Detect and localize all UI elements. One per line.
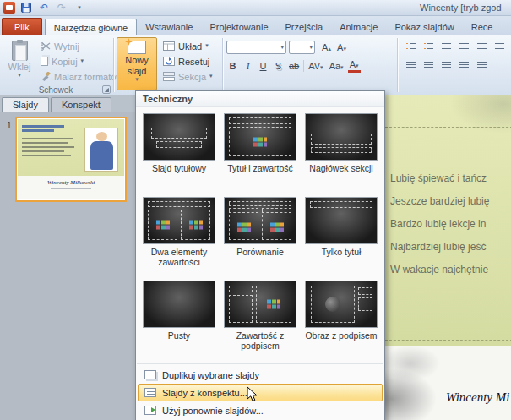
redo-button[interactable]: ↷ bbox=[55, 1, 68, 14]
layout-thumbnail bbox=[224, 197, 296, 244]
group-separator bbox=[397, 38, 398, 92]
chevron-down-icon: ▾ bbox=[78, 5, 81, 11]
font-size-combobox[interactable]: ▾ bbox=[289, 41, 315, 54]
save-button[interactable] bbox=[19, 1, 33, 14]
layout-button[interactable]: Układ ▾ bbox=[160, 39, 221, 53]
sparkle-icon bbox=[125, 38, 133, 46]
columns-icon bbox=[477, 62, 487, 69]
content-icons bbox=[267, 300, 280, 309]
powerpoint-app-icon[interactable] bbox=[3, 2, 15, 14]
format-painter-button[interactable]: Malarz formatów bbox=[38, 69, 125, 84]
thumb-text-bar bbox=[22, 150, 64, 152]
menu-item-duplicate-slides[interactable]: Duplikuj wybrane slajdy bbox=[138, 366, 383, 384]
tab-insert[interactable]: Wstawianie bbox=[137, 19, 201, 35]
paste-clipboard-icon bbox=[12, 41, 28, 61]
numbering-icon bbox=[424, 43, 433, 51]
placeholder bbox=[151, 128, 207, 139]
chevron-down-icon: ▾ bbox=[280, 45, 284, 51]
paste-button[interactable]: Wklej ▾ bbox=[3, 37, 35, 90]
layout-title-slide[interactable]: Slajd tytułowy bbox=[139, 111, 220, 194]
text-direction-button[interactable] bbox=[474, 40, 489, 53]
picture-placeholder bbox=[311, 286, 355, 323]
shrink-font-button[interactable]: A▾ bbox=[335, 41, 348, 53]
slide-1-thumbnail[interactable]: Wincenty Miłkowski bbox=[15, 117, 127, 202]
slide-footer-band bbox=[385, 346, 511, 420]
placeholder bbox=[156, 141, 202, 148]
tab-review[interactable]: Rece bbox=[463, 19, 502, 35]
align-center-button[interactable] bbox=[421, 58, 436, 72]
numbering-button[interactable] bbox=[421, 40, 436, 53]
font-format-buttons: B I U S ab AV▾ Aa▾ A▾ bbox=[226, 59, 361, 73]
thumb-picture bbox=[84, 128, 118, 172]
tab-transitions[interactable]: Przejścia bbox=[277, 19, 332, 35]
layout-thumbnail bbox=[305, 281, 378, 328]
group-separator bbox=[113, 38, 114, 92]
layout-blank[interactable]: Pusty bbox=[139, 278, 220, 362]
text-direction-icon bbox=[477, 43, 487, 51]
font-color-button[interactable]: A▾ bbox=[348, 59, 361, 73]
layout-thumbnail bbox=[143, 281, 215, 328]
font-resize-buttons: A▴ A▾ bbox=[320, 41, 348, 53]
layout-comparison[interactable]: Porównanie bbox=[220, 194, 301, 278]
tab-home[interactable]: Narzędzia główne bbox=[45, 19, 137, 35]
tab-design[interactable]: Projektowanie bbox=[201, 19, 276, 35]
bullets-button[interactable] bbox=[403, 40, 418, 53]
font-name-combobox[interactable]: ▾ bbox=[226, 41, 286, 54]
increase-indent-button[interactable] bbox=[456, 40, 471, 53]
underline-button[interactable]: U bbox=[257, 60, 269, 72]
figure-head bbox=[96, 132, 107, 141]
character-spacing-button[interactable]: AV▾ bbox=[307, 60, 324, 72]
grow-font-button[interactable]: A▴ bbox=[320, 41, 333, 53]
line-spacing-icon bbox=[495, 43, 504, 51]
layout-picture-with-caption[interactable]: Obraz z podpisem bbox=[301, 278, 382, 362]
tab-file[interactable]: Plik bbox=[2, 18, 42, 35]
columns-button[interactable] bbox=[474, 58, 489, 72]
thumb-text-bar bbox=[22, 125, 64, 128]
undo-button[interactable]: ↶ bbox=[37, 1, 51, 14]
reset-icon bbox=[163, 57, 175, 66]
decrease-indent-button[interactable] bbox=[438, 40, 454, 53]
layout-content-with-caption[interactable]: Zawartość z podpisem bbox=[220, 278, 301, 362]
layout-thumbnail bbox=[143, 197, 215, 244]
layout-two-content[interactable]: Dwa elementy zawartości bbox=[139, 194, 220, 278]
content-placeholder[interactable]: Lubię śpiewać i tańcz Jeszcze bardziej l… bbox=[385, 127, 511, 341]
ribbon-tab-strip: Plik Narzędzia główne Wstawianie Projekt… bbox=[0, 16, 511, 35]
tab-slides-pane[interactable]: Slajdy bbox=[2, 97, 49, 112]
chevron-down-icon: ▾ bbox=[309, 45, 313, 51]
clipboard-dialog-launcher[interactable] bbox=[102, 85, 111, 94]
reset-button[interactable]: Resetuj bbox=[160, 54, 221, 68]
clipboard-group-label: Schowek bbox=[0, 85, 111, 95]
thumb-text-bar bbox=[22, 146, 74, 148]
strikethrough-button[interactable]: ab bbox=[287, 60, 301, 72]
menu-item-reuse-slides[interactable]: Użyj ponownie slajdów... bbox=[138, 401, 383, 419]
title-bar: ↶ ↷ ▾ Wincenty [tryb zgod bbox=[0, 0, 511, 16]
cut-button[interactable]: Wytnij bbox=[38, 39, 82, 53]
placeholder bbox=[229, 295, 253, 323]
placeholder bbox=[262, 215, 291, 240]
slide-canvas[interactable]: Lubię śpiewać i tańcz Jeszcze bardziej l… bbox=[385, 95, 511, 420]
tab-outline-pane[interactable]: Konspekt bbox=[51, 97, 111, 112]
align-right-button[interactable] bbox=[438, 58, 454, 72]
section-button[interactable]: Sekcja ▾ bbox=[160, 69, 221, 84]
layout-section-header[interactable]: Nagłówek sekcji bbox=[301, 111, 382, 194]
qat-customize-button[interactable]: ▾ bbox=[73, 1, 86, 14]
change-case-button[interactable]: Aa▾ bbox=[328, 60, 345, 72]
italic-button[interactable]: I bbox=[242, 60, 254, 72]
section-icon bbox=[163, 72, 175, 81]
text-shadow-button[interactable]: S bbox=[272, 60, 285, 72]
placeholder bbox=[256, 286, 291, 323]
line-spacing-button[interactable] bbox=[492, 40, 507, 53]
tab-slideshow[interactable]: Pokaz slajdów bbox=[386, 19, 462, 35]
justify-button[interactable] bbox=[456, 58, 471, 72]
reuse-slides-icon bbox=[144, 406, 156, 415]
menu-item-slides-from-outline[interactable]: Slajdy z konspektu... bbox=[138, 384, 383, 401]
bold-button[interactable]: B bbox=[226, 60, 239, 72]
slide-bullet-line: W wakacje najchętnie bbox=[390, 259, 511, 281]
tab-animations[interactable]: Animacje bbox=[331, 19, 386, 35]
copy-button[interactable]: Kopiuj ▾ bbox=[38, 54, 86, 68]
new-slide-button[interactable]: Nowy slajd ▾ bbox=[117, 37, 157, 90]
layout-title-and-content[interactable]: Tytuł i zawartość bbox=[220, 111, 301, 194]
layout-title-only[interactable]: Tylko tytuł bbox=[301, 194, 382, 278]
save-icon bbox=[21, 3, 31, 13]
align-left-button[interactable] bbox=[403, 58, 418, 72]
